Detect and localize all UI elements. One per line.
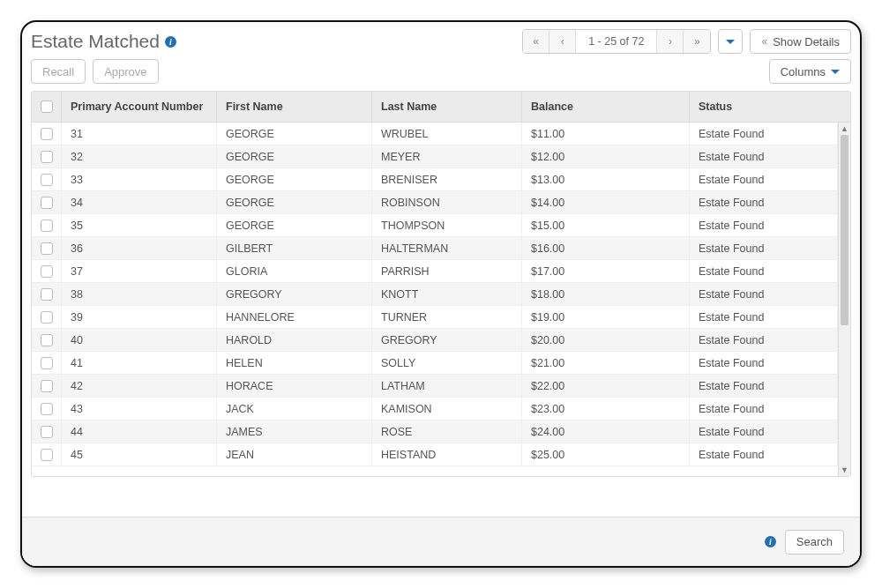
pager-first-button[interactable]: « <box>523 30 549 53</box>
cell-last-name: HALTERMAN <box>372 237 522 259</box>
cell-balance: $11.00 <box>522 123 690 145</box>
table-row[interactable]: 40HAROLDGREGORY$20.00Estate Found <box>32 329 838 352</box>
scroll-up-icon[interactable]: ▲ <box>839 123 850 135</box>
cell-status: Estate Found <box>690 145 838 167</box>
cell-status: Estate Found <box>690 421 838 443</box>
row-checkbox[interactable] <box>41 128 53 140</box>
cell-status: Estate Found <box>690 352 838 374</box>
info-icon[interactable]: i <box>165 36 176 48</box>
cell-balance: $13.00 <box>522 168 690 190</box>
table-row[interactable]: 34GEORGEROBINSON$14.00Estate Found <box>32 191 838 214</box>
cell-last-name: BRENISER <box>372 168 522 190</box>
cell-pan: 33 <box>62 168 217 190</box>
table-row[interactable]: 35GEORGETHOMPSON$15.00Estate Found <box>32 214 838 237</box>
row-checkbox[interactable] <box>41 151 53 163</box>
cell-first-name: GEORGE <box>217 145 372 167</box>
cell-pan: 42 <box>62 375 217 397</box>
cell-last-name: ROBINSON <box>372 191 522 213</box>
cell-first-name: JAMES <box>217 421 372 443</box>
table-row[interactable]: 43JACKKAMISON$23.00Estate Found <box>32 398 838 421</box>
row-checkbox[interactable] <box>41 242 53 255</box>
scroll-track[interactable] <box>839 135 850 464</box>
row-checkbox[interactable] <box>41 311 53 324</box>
cell-last-name: KNOTT <box>372 283 522 305</box>
pager-last-button[interactable]: » <box>684 30 710 53</box>
chevron-right-icon: › <box>669 35 672 48</box>
row-checkbox[interactable] <box>41 265 53 278</box>
table-row[interactable]: 33GEORGEBRENISER$13.00Estate Found <box>32 168 838 191</box>
row-checkbox[interactable] <box>41 357 53 369</box>
recall-button[interactable]: Recall <box>31 59 86 84</box>
show-details-button[interactable]: « Show Details <box>750 29 851 54</box>
caret-down-icon <box>831 70 840 74</box>
cell-pan: 31 <box>62 123 217 145</box>
cell-pan: 34 <box>62 191 217 213</box>
cell-status: Estate Found <box>690 260 838 282</box>
cell-status: Estate Found <box>690 123 838 145</box>
select-all-checkbox[interactable] <box>41 100 53 113</box>
row-checkbox[interactable] <box>41 334 53 346</box>
columns-button[interactable]: Columns <box>769 59 851 84</box>
cell-first-name: GEORGE <box>217 214 372 236</box>
cell-balance: $16.00 <box>522 237 690 259</box>
column-header-status[interactable]: Status <box>690 92 850 122</box>
row-checkbox[interactable] <box>41 380 53 392</box>
cell-balance: $22.00 <box>522 375 690 397</box>
search-button[interactable]: Search <box>785 530 844 555</box>
row-checkbox[interactable] <box>41 426 53 438</box>
scroll-down-icon[interactable]: ▼ <box>839 464 850 476</box>
column-header-pan[interactable]: Primary Account Number <box>62 92 217 122</box>
chevron-double-left-icon: « <box>533 35 539 48</box>
table-row[interactable]: 38GREGORYKNOTT$18.00Estate Found <box>32 283 838 306</box>
cell-balance: $17.00 <box>522 260 690 282</box>
table-row[interactable]: 32GEORGEMEYER$12.00Estate Found <box>32 145 838 168</box>
pager-prev-button[interactable]: ‹ <box>549 30 576 53</box>
data-grid: Primary Account Number First Name Last N… <box>31 91 851 477</box>
cell-last-name: GREGORY <box>372 329 522 351</box>
table-row[interactable]: 36GILBERTHALTERMAN$16.00Estate Found <box>32 237 838 260</box>
table-row[interactable]: 44JAMESROSE$24.00Estate Found <box>32 421 838 443</box>
cell-balance: $19.00 <box>522 306 690 328</box>
scroll-thumb[interactable] <box>841 135 848 325</box>
row-checkbox[interactable] <box>41 403 53 415</box>
caret-down-icon <box>726 40 735 44</box>
row-checkbox[interactable] <box>41 449 53 461</box>
table-row[interactable]: 41HELENSOLLY$21.00Estate Found <box>32 352 838 375</box>
cell-balance: $25.00 <box>522 443 690 465</box>
vertical-scrollbar[interactable]: ▲ ▼ <box>838 123 850 476</box>
row-checkbox[interactable] <box>41 174 53 186</box>
cell-pan: 32 <box>62 145 217 167</box>
cell-status: Estate Found <box>690 398 838 420</box>
row-checkbox[interactable] <box>41 220 53 232</box>
cell-pan: 44 <box>62 421 217 443</box>
pager: « ‹ 1 - 25 of 72 › » <box>522 29 711 54</box>
cell-pan: 35 <box>62 214 217 236</box>
chevron-double-left-icon: « <box>761 35 767 48</box>
cell-balance: $24.00 <box>522 421 690 443</box>
cell-last-name: SOLLY <box>372 352 522 374</box>
column-header-first-name[interactable]: First Name <box>217 92 372 122</box>
table-row[interactable]: 45JEANHEISTAND$25.00Estate Found <box>32 443 838 466</box>
table-row[interactable]: 39HANNELORETURNER$19.00Estate Found <box>32 306 838 329</box>
pager-dropdown-button[interactable] <box>718 29 743 54</box>
cell-pan: 36 <box>62 237 217 259</box>
row-checkbox[interactable] <box>41 288 53 301</box>
column-header-last-name[interactable]: Last Name <box>372 92 522 122</box>
column-header-balance[interactable]: Balance <box>522 92 690 122</box>
cell-balance: $14.00 <box>522 191 690 213</box>
approve-button[interactable]: Approve <box>93 59 158 84</box>
cell-first-name: JACK <box>217 398 372 420</box>
cell-status: Estate Found <box>690 375 838 397</box>
cell-status: Estate Found <box>690 214 838 236</box>
cell-pan: 38 <box>62 283 217 305</box>
table-row[interactable]: 31GEORGEWRUBEL$11.00Estate Found <box>32 123 838 145</box>
cell-first-name: GEORGE <box>217 191 372 213</box>
cell-last-name: WRUBEL <box>372 123 522 145</box>
table-row[interactable]: 42HORACELATHAM$22.00Estate Found <box>32 375 838 398</box>
columns-label: Columns <box>781 65 826 78</box>
pager-next-button[interactable]: › <box>657 30 684 53</box>
table-row[interactable]: 37GLORIAPARRISH$17.00Estate Found <box>32 260 838 283</box>
info-icon[interactable]: i <box>765 536 776 547</box>
row-checkbox[interactable] <box>41 197 53 209</box>
page-title: Estate Matched <box>31 31 160 52</box>
